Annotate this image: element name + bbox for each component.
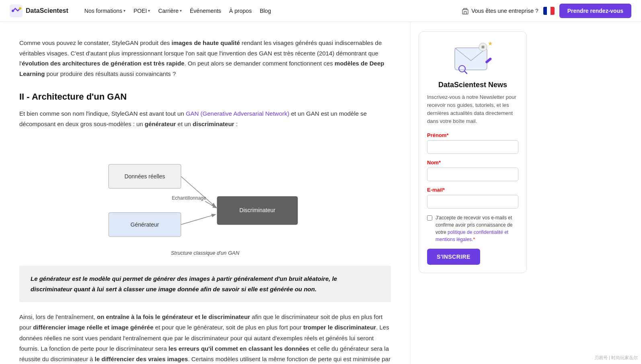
navbar: DataScientest Nos formations ▾ POEI ▾ Ca…	[0, 0, 641, 22]
nom-input[interactable]	[427, 168, 518, 181]
section-title: II - Architecture d'un GAN	[19, 92, 391, 102]
sidebar: ★ DataScientest News Inscrivez-vous à no…	[410, 22, 535, 364]
gan-link[interactable]: GAN (Generative Adversarial Network)	[186, 110, 290, 117]
svg-rect-0	[10, 4, 23, 17]
flag-france[interactable]	[543, 7, 555, 15]
prenom-input[interactable]	[427, 140, 518, 154]
nav-links: Nos formations ▾ POEI ▾ Carrière ▾ Événe…	[81, 6, 274, 16]
nav-blog-label: Blog	[260, 8, 271, 14]
sidebar-illustration: ★	[427, 40, 518, 76]
svg-line-11	[181, 215, 215, 225]
diagram-wrapper: Données réelles Générateur Discriminateu…	[19, 140, 391, 256]
nom-required: *	[439, 160, 441, 166]
chevron-down-icon: ▾	[148, 8, 150, 13]
email-required: *	[443, 187, 445, 193]
entreprise-button[interactable]: Vous êtes une entreprise ?	[462, 7, 538, 14]
nav-poei-label: POEI	[134, 8, 147, 14]
page-wrapper: Comme vous pouvez le constater, StyleGAN…	[0, 22, 641, 364]
svg-text:Discriminateur: Discriminateur	[239, 207, 275, 213]
nom-label: Nom*	[427, 160, 518, 166]
highlight-block: Le générateur est le modèle qui permet d…	[19, 266, 391, 302]
subscribe-button[interactable]: S'INSCRIRE	[427, 249, 480, 265]
building-icon	[462, 7, 469, 14]
svg-text:★: ★	[488, 40, 493, 47]
email-group: E-mail*	[427, 187, 518, 209]
chevron-down-icon: ▾	[123, 8, 125, 13]
politique-link[interactable]: politique de confidentialité et mentions…	[436, 229, 508, 242]
cta-button[interactable]: Prendre rendez-vous	[559, 4, 631, 18]
email-label: E-mail*	[427, 187, 518, 193]
diagram-svg: Données réelles Générateur Discriminateu…	[101, 140, 310, 246]
gan-diagram: Données réelles Générateur Discriminateu…	[101, 140, 310, 245]
nav-item-formations[interactable]: Nos formations ▾	[81, 6, 129, 16]
newsletter-illustration: ★	[451, 40, 495, 76]
nav-item-carriere[interactable]: Carrière ▾	[155, 6, 185, 16]
email-input[interactable]	[427, 195, 518, 209]
main-content: Comme vous pouvez le constater, StyleGAN…	[0, 22, 410, 364]
consent-label: J'accepte de recevoir vos e-mails et con…	[436, 214, 518, 243]
nav-item-evenements[interactable]: Événements	[187, 6, 224, 16]
svg-line-19	[464, 71, 467, 74]
prenom-required: *	[446, 132, 448, 138]
svg-point-2	[19, 7, 21, 10]
prenom-label: Prénom*	[427, 132, 518, 138]
newsletter-form: Prénom* Nom* E-mail*	[427, 132, 518, 265]
watermark: 刃易号 | 时尚玩家岳尔	[594, 355, 638, 361]
chevron-down-icon: ▾	[180, 8, 182, 13]
nav-item-poei[interactable]: POEI ▾	[130, 6, 153, 16]
svg-text:Echantillonnage: Echantillonnage	[172, 195, 206, 201]
sidebar-desc: Inscrivez-vous à notre Newsletter pour r…	[427, 93, 518, 126]
logo[interactable]: DataScientest	[10, 4, 68, 17]
section-intro-text: Et bien comme son nom l'indique, StyleGA…	[19, 108, 391, 129]
diagram-caption: Structure classique d'un GAN	[171, 250, 239, 256]
intro-paragraph: Comme vous pouvez le constater, StyleGAN…	[19, 38, 391, 79]
nav-carriere-label: Carrière	[158, 8, 179, 14]
nav-evenements-label: Événements	[190, 8, 221, 14]
svg-point-1	[12, 10, 14, 12]
navbar-left: DataScientest Nos formations ▾ POEI ▾ Ca…	[10, 4, 274, 17]
prenom-group: Prénom*	[427, 132, 518, 154]
consent-row: J'accepte de recevoir vos e-mails et con…	[427, 214, 518, 243]
sidebar-card: ★ DataScientest News Inscrivez-vous à no…	[419, 31, 527, 273]
svg-point-17	[482, 46, 484, 48]
consent-checkbox[interactable]	[427, 215, 432, 221]
logo-icon	[10, 4, 23, 17]
nav-formations-label: Nos formations	[84, 8, 122, 14]
svg-text:Données réelles: Données réelles	[124, 173, 165, 180]
entreprise-label: Vous êtes une entreprise ?	[471, 8, 538, 14]
nav-apropos-label: À propos	[229, 8, 252, 14]
svg-line-10	[181, 176, 215, 207]
nav-item-apropos[interactable]: À propos	[226, 6, 255, 16]
nav-item-blog[interactable]: Blog	[257, 6, 274, 16]
body-text-1: Ainsi, lors de l'entraînement, on entraî…	[19, 312, 391, 364]
sidebar-title: DataScientest News	[427, 81, 518, 89]
svg-text:Générateur: Générateur	[131, 221, 159, 228]
navbar-right: Vous êtes une entreprise ? Prendre rende…	[462, 4, 631, 18]
nom-group: Nom*	[427, 160, 518, 181]
logo-text: DataScientest	[26, 7, 68, 14]
highlight-text: Le générateur est le modèle qui permet d…	[31, 274, 380, 294]
